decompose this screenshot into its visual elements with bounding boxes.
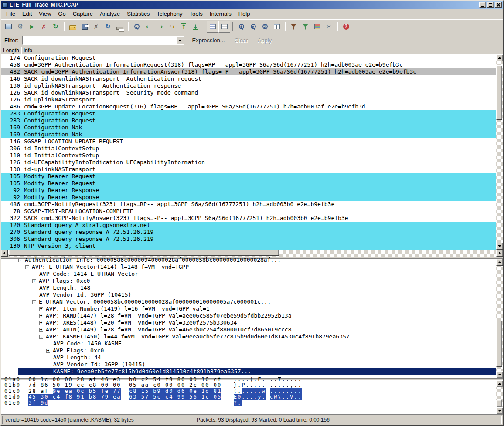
menu-tools[interactable]: Tools xyxy=(186,9,206,18)
hex-row[interactable]: 01e0 3f 9d ?. xyxy=(4,400,496,406)
packet-row[interactable]: 486cmd=3GPP-Update-LocationRequest(316) … xyxy=(1,103,496,110)
scroll-down-button[interactable] xyxy=(496,371,503,378)
packet-row[interactable]: 78SGSAP-TMSI-REALLOCATION-COMPLETE xyxy=(1,208,496,215)
packet-row[interactable]: 126id-uplinkNASTransport xyxy=(1,96,496,103)
preferences-button[interactable]: ✂ xyxy=(323,21,335,33)
detail-row[interactable]: +AVP: AUTN(1449) l=28 f=VM- vnd=TGPP val… xyxy=(18,326,496,333)
packet-row[interactable]: 283Configuration Request xyxy=(1,110,496,117)
detail-row[interactable]: AVP Vendor Id: 3GPP (10415) xyxy=(18,291,496,298)
clear-button[interactable]: Clear xyxy=(233,36,250,44)
scroll-up-button[interactable] xyxy=(496,259,503,266)
menu-telephony[interactable]: Telephony xyxy=(153,9,186,18)
packet-row[interactable]: 322SACK cmd=3GPP-NotifyAnswer(323) flags… xyxy=(1,215,496,222)
filter-label-button[interactable]: Filter: xyxy=(3,36,22,44)
scroll-down-button[interactable] xyxy=(496,243,503,250)
expand-expander-icon[interactable]: + xyxy=(39,307,43,311)
detail-row[interactable]: +AVP: Item-Number(1419) l=16 f=VM- vnd=T… xyxy=(18,305,496,312)
menu-file[interactable]: File xyxy=(3,9,19,18)
packet-row[interactable]: 458cmd=3GPP-Authentication-InformationRe… xyxy=(1,61,496,68)
detail-row[interactable]: -Authentication-Info: 00000586c000009400… xyxy=(18,257,496,264)
packet-row[interactable]: 146SGSAP-LOCATION-UPDATE-REQUEST xyxy=(1,138,496,145)
resize-columns-button[interactable] xyxy=(271,21,283,33)
column-header-info[interactable]: Info xyxy=(21,47,503,54)
expand-expander-icon[interactable]: + xyxy=(39,321,43,325)
packet-row[interactable]: 169Configuration Nak xyxy=(1,131,496,138)
help-button[interactable]: ? xyxy=(340,21,352,33)
list-interfaces-button[interactable] xyxy=(3,21,14,33)
scroll-right-button[interactable] xyxy=(496,250,503,257)
packet-row[interactable]: 146SACK id-downlinkNASTransport Authenti… xyxy=(1,75,496,82)
packet-row[interactable]: 270Standard query response A 72.51.26.21… xyxy=(1,229,496,236)
packet-row[interactable]: 126id-UECapabilityInfoIndication UECapab… xyxy=(1,159,496,166)
go-to-bottom-button[interactable]: ↓ xyxy=(190,21,201,33)
autoscroll-toggle[interactable] xyxy=(218,21,230,33)
menu-statistics[interactable]: Statistics xyxy=(123,9,153,18)
coloring-rules-button[interactable] xyxy=(311,21,323,33)
go-to-packet-button[interactable]: ↪ xyxy=(166,21,178,33)
packet-row[interactable]: 130id-uplinkNASTransport Authentication … xyxy=(1,82,496,89)
print-button[interactable] xyxy=(114,21,126,33)
go-to-top-button[interactable]: ↑ xyxy=(178,21,190,33)
restart-capture-button[interactable]: ↻ xyxy=(50,21,61,33)
hex-row[interactable]: 01b0 7d 86 50 19 cc c8 00 00 05 aa c0 00… xyxy=(4,382,496,388)
packet-list-vscrollbar[interactable] xyxy=(496,54,503,250)
zoom-out-button[interactable]: − xyxy=(247,21,259,33)
menu-edit[interactable]: Edit xyxy=(19,9,35,18)
expression-button[interactable]: Expression... xyxy=(191,36,227,44)
expand-expander-icon[interactable]: + xyxy=(39,314,43,318)
detail-row[interactable]: AVP Code: 1450 KASME xyxy=(18,340,496,347)
detail-row[interactable]: +AVP Flags: 0xc0 xyxy=(18,277,496,284)
go-forward-button[interactable]: → xyxy=(154,21,166,33)
title-bar[interactable]: LTE_Full_Trace_MTC.PCAP xyxy=(1,1,503,9)
packet-row[interactable]: 105Modify Bearer Request xyxy=(1,173,496,180)
detail-row[interactable]: -E-UTRAN-Vector: 0000058bc0000010000028a… xyxy=(18,298,496,305)
expand-expander-icon[interactable]: + xyxy=(39,328,43,332)
reload-file-button[interactable]: ↻ xyxy=(102,21,114,33)
capture-options-button[interactable]: ⚙ xyxy=(14,21,26,33)
detail-row[interactable]: AVP Length: 44 xyxy=(18,354,496,361)
scroll-up-button[interactable] xyxy=(496,380,503,387)
close-button[interactable] xyxy=(495,2,502,8)
display-filters-button[interactable] xyxy=(300,21,311,33)
detail-row[interactable]: AVP Length: 148 xyxy=(18,284,496,291)
detail-row[interactable]: KASME: 9eea0cb5fe77c815b9d0d60e1d814530c… xyxy=(18,368,496,375)
detail-row[interactable]: AVP Code: 1414 E-UTRAN-Vector xyxy=(18,270,496,277)
stop-capture-button[interactable]: ✗ xyxy=(38,21,50,33)
hex-vscrollbar[interactable] xyxy=(496,380,503,414)
detail-row[interactable]: AVP Vendor Id: 3GPP (10415) xyxy=(18,361,496,368)
menu-analyze[interactable]: Analyze xyxy=(96,9,123,18)
zoom-in-button[interactable]: + xyxy=(235,21,247,33)
menu-help[interactable]: Help xyxy=(235,9,254,18)
packet-row[interactable]: 306id-InitialContextSetup xyxy=(1,145,496,152)
packet-row[interactable]: 306Standard query response A 72.51.26.21… xyxy=(1,236,496,243)
collapse-expander-icon[interactable]: - xyxy=(32,300,36,304)
scroll-up-button[interactable] xyxy=(496,54,503,61)
packet-row[interactable]: 120Standard query A xtra1.gpsonextra.net xyxy=(1,222,496,229)
packet-row[interactable]: 174Configuration Request xyxy=(1,54,496,61)
packet-row[interactable]: 283Configuration Request xyxy=(1,117,496,124)
filter-dropdown-button[interactable] xyxy=(177,36,184,44)
expand-expander-icon[interactable]: + xyxy=(32,279,36,283)
menu-internals[interactable]: Internals xyxy=(206,9,235,18)
scrollbar-thumb[interactable] xyxy=(496,400,502,407)
hex-row[interactable]: 01c0 28 af 9e ea 0c b5 fe 77 c8 15 b9 d0… xyxy=(4,389,496,394)
hex-row[interactable]: 01a0 00 1c 00 00 28 af 46 e3 b0 c2 54 f8… xyxy=(4,377,496,382)
details-vscrollbar[interactable] xyxy=(496,259,503,378)
menu-view[interactable]: View xyxy=(35,9,54,18)
scrollbar-track[interactable] xyxy=(8,250,496,257)
detail-row[interactable]: -AVP: E-UTRAN-Vector(1414) l=148 f=VM- v… xyxy=(18,264,496,270)
start-capture-button[interactable]: ▶ xyxy=(26,21,38,33)
colorize-toggle[interactable] xyxy=(207,21,218,33)
packet-row[interactable]: 105Modify Bearer Request xyxy=(1,180,496,187)
packet-row[interactable]: 486cmd=3GPP-NotifyRequest(323) flags=RP-… xyxy=(1,201,496,208)
expand-expander-icon[interactable]: + xyxy=(46,349,50,353)
packet-row[interactable]: 92Modify Bearer Response xyxy=(1,194,496,201)
maximize-button[interactable] xyxy=(487,2,494,8)
collapse-expander-icon[interactable]: - xyxy=(39,335,43,339)
scrollbar-thumb[interactable] xyxy=(9,250,279,256)
collapse-expander-icon[interactable]: - xyxy=(18,258,22,262)
packet-row[interactable]: 110id-InitialContextSetup xyxy=(1,152,496,159)
packet-row[interactable]: 482SACK cmd=3GPP-Authentication-Informat… xyxy=(1,68,496,75)
packet-row[interactable]: 126SACK id-downlinkNASTransport Security… xyxy=(1,89,496,96)
close-file-button[interactable]: ✗ xyxy=(90,21,102,33)
